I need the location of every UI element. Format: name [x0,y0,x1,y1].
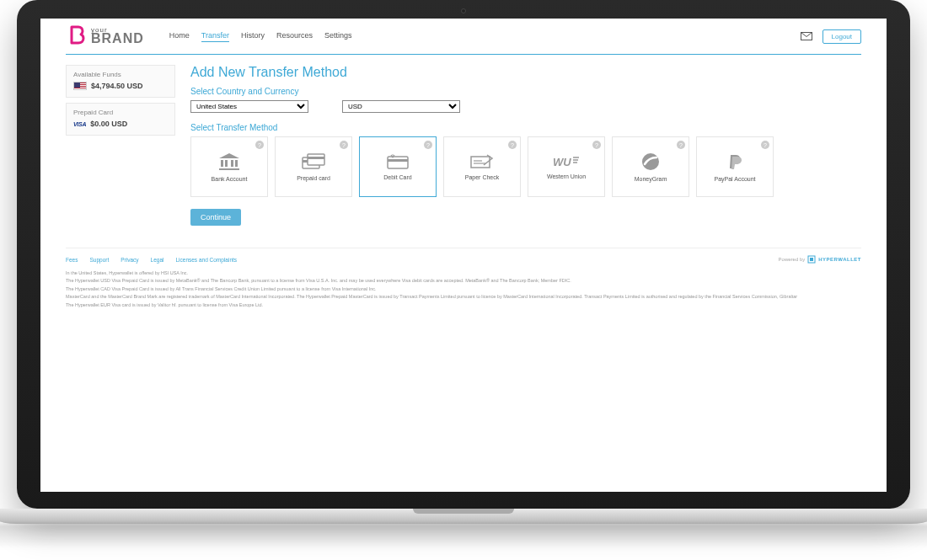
svg-text:WU: WU [553,156,571,168]
available-funds-amount: $4,794.50 USD [91,82,143,90]
moneygram-icon [641,152,660,171]
method-prepaid-card[interactable]: ? Prepaid card [275,136,352,197]
logo-brand-name: BRAND [91,33,144,45]
method-label: Debit Card [383,174,411,180]
help-icon[interactable]: ? [508,141,517,149]
method-label: Paper Check [465,174,499,180]
help-icon[interactable]: ? [677,141,685,149]
method-moneygram[interactable]: ? MoneyGram [612,136,689,197]
method-label: Prepaid card [297,175,330,181]
svg-point-15 [642,153,659,170]
prepaid-card-amount: $0.00 USD [90,120,127,128]
svg-rect-6 [388,159,408,162]
help-icon[interactable]: ? [255,141,264,149]
mail-icon[interactable] [801,32,812,40]
section-transfer-method: Select Transfer Method [190,123,861,132]
brand-logo: your BRAND [66,25,144,47]
help-icon[interactable]: ? [424,141,432,149]
powered-by: Powered by HYPERWALLET [779,255,861,264]
currency-select[interactable]: USD [342,100,460,113]
footer-link-privacy[interactable]: Privacy [121,257,138,263]
available-funds-box: Available Funds $4,794.50 USD [66,65,175,98]
camera-icon [461,8,466,13]
logo-mark-icon [66,25,88,47]
header: your BRAND Home Transfer History Resourc… [66,19,861,51]
footer-link-licenses[interactable]: Licenses and Complaints [175,257,237,263]
help-icon[interactable]: ? [592,141,601,149]
help-icon[interactable]: ? [340,141,348,149]
footer: Fees Support Privacy Legal Licenses and … [66,248,861,318]
nav-resources[interactable]: Resources [276,31,313,42]
main-nav: Home Transfer History Resources Settings [169,31,352,42]
prepaid-card-icon [302,153,325,170]
method-paypal[interactable]: ? PayPal Account [696,136,774,197]
svg-point-7 [392,154,394,156]
footer-link-fees[interactable]: Fees [66,257,78,263]
nav-home[interactable]: Home [169,31,190,42]
method-label: PayPal Account [714,176,755,182]
western-union-icon: WU [553,155,580,168]
continue-button[interactable]: Continue [190,209,241,226]
header-divider [66,54,861,55]
method-western-union[interactable]: ? WU Western Union [528,136,605,197]
method-debit-card[interactable]: ? Debit Card [359,136,437,197]
footer-links: Fees Support Privacy Legal Licenses and … [66,257,237,263]
method-label: Western Union [547,173,586,179]
transfer-methods-grid: ? Bank Account ? Prepaid card ? [190,136,861,197]
prepaid-card-box: Prepaid Card VISA $0.00 USD [66,103,175,136]
logout-button[interactable]: Logout [823,29,861,44]
available-funds-title: Available Funds [73,71,168,78]
paypal-icon [726,152,744,171]
nav-settings[interactable]: Settings [324,31,352,42]
method-paper-check[interactable]: ? Paper Check [443,136,521,197]
country-select[interactable]: United States [190,100,308,113]
footer-link-legal[interactable]: Legal [151,257,164,263]
method-label: Bank Account [212,176,248,182]
nav-history[interactable]: History [241,31,265,42]
footer-link-support[interactable]: Support [89,257,109,263]
paper-check-icon [470,154,494,169]
nav-transfer[interactable]: Transfer [201,31,229,42]
svg-rect-5 [388,157,408,168]
svg-rect-4 [308,157,324,159]
visa-logo-icon: VISA [73,121,86,127]
sidebar: Available Funds $4,794.50 USD Prepaid Ca… [66,65,175,226]
svg-rect-17 [810,258,813,261]
debit-card-icon [387,154,409,169]
help-icon[interactable]: ? [761,141,769,149]
section-country-currency: Select Country and Currency [190,87,861,96]
main-content: Add New Transfer Method Select Country a… [190,65,861,226]
disclaimer: In the United States, Hyperwallet is off… [66,270,861,318]
page-title: Add New Transfer Method [190,65,861,80]
method-label: MoneyGram [635,176,667,182]
us-flag-icon [73,82,87,90]
prepaid-card-title: Prepaid Card [73,109,168,116]
svg-rect-3 [308,154,324,165]
bank-icon [218,152,240,171]
hyperwallet-logo-icon [807,255,816,264]
method-bank-account[interactable]: ? Bank Account [190,136,268,197]
